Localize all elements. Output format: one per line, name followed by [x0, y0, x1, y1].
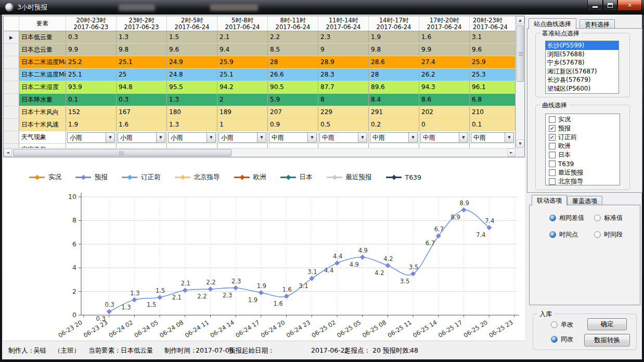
value-cell[interactable]: 0	[419, 119, 470, 131]
time-column-header[interactable]: 23时-2时2017-06-23	[117, 16, 167, 31]
value-cell[interactable]: 1	[217, 119, 268, 131]
dropdown-arrow-icon[interactable]: ▼	[207, 133, 215, 142]
value-cell[interactable]: 25.1	[66, 69, 117, 81]
time-column-header[interactable]: 2时-5时2017-06-24	[167, 16, 217, 31]
value-cell[interactable]	[419, 144, 470, 148]
dropdown-arrow-icon[interactable]: ▼	[358, 133, 367, 142]
time-column-header[interactable]: 20时-23时2017-06-24	[470, 16, 516, 31]
value-cell[interactable]: 9.9	[419, 44, 470, 56]
row-selector[interactable]	[4, 144, 19, 148]
value-cell[interactable]: 0.1	[470, 119, 516, 131]
value-cell[interactable]: 0.9	[268, 119, 318, 131]
value-cell[interactable]: 8.4	[369, 94, 419, 106]
value-cell[interactable]: 8.5	[268, 44, 318, 56]
dropdown-arrow-icon[interactable]: ▼	[307, 133, 316, 142]
value-cell[interactable]: 9.8	[369, 44, 419, 56]
weather-combobox[interactable]: 中雨▼	[471, 132, 514, 143]
value-cell[interactable]	[117, 144, 167, 148]
radio-icon[interactable]	[549, 215, 556, 221]
value-cell[interactable]: 9.9	[66, 44, 117, 56]
value-cell[interactable]: 1.9	[66, 119, 117, 131]
value-cell[interactable]	[167, 144, 217, 148]
station-option[interactable]: 浏阳(57688)	[546, 50, 619, 59]
value-cell[interactable]: 94.2	[217, 81, 268, 93]
time-column-header[interactable]: 20时-23时2017-06-23	[66, 16, 117, 31]
value-cell[interactable]: 1.3	[167, 94, 217, 106]
radio-option[interactable]: 时间段	[594, 230, 623, 239]
dropdown-arrow-icon[interactable]: ▼	[505, 133, 513, 142]
maximize-button[interactable]	[603, 0, 617, 11]
dropdown-arrow-icon[interactable]: ▼	[408, 133, 417, 142]
checkbox-icon[interactable]	[549, 160, 556, 167]
radio-option[interactable]: 标准值	[594, 214, 623, 222]
value-cell[interactable]: 0.1	[66, 94, 117, 106]
curve-checkbox-row[interactable]: 实况	[546, 115, 620, 124]
value-cell[interactable]: 1.5	[167, 31, 217, 43]
weather-combobox[interactable]: 小雨▼	[168, 132, 216, 143]
value-cell[interactable]: 0.3	[66, 31, 117, 43]
value-cell[interactable]: 28.9	[318, 56, 369, 68]
row-selector[interactable]	[4, 56, 19, 68]
value-cell[interactable]: 93.9	[66, 81, 117, 93]
checkbox-icon[interactable]: ✔	[549, 134, 556, 141]
station-option[interactable]: 长沙县(57679)	[546, 76, 619, 84]
value-cell[interactable]	[66, 144, 117, 148]
vertical-scrollbar[interactable]: ▲ ▼	[516, 16, 524, 148]
minimize-button[interactable]	[587, 0, 603, 11]
row-selector[interactable]	[4, 69, 19, 81]
value-cell[interactable]: 25	[117, 69, 167, 81]
value-cell[interactable]: 9	[318, 44, 369, 56]
value-cell[interactable]: 24.8	[167, 69, 217, 81]
scroll-right-icon[interactable]: ►	[507, 148, 516, 157]
scroll-left-icon[interactable]: ◄	[4, 148, 12, 157]
value-cell[interactable]: 0.3	[117, 94, 167, 106]
station-option[interactable]: 宁乡(57678)	[546, 58, 619, 67]
radio-option[interactable]: 同改	[551, 335, 573, 344]
curve-checkbox-row[interactable]: 最近预报	[546, 168, 620, 177]
value-cell[interactable]: 9.4	[217, 44, 268, 56]
value-cell[interactable]: 94.3	[419, 81, 470, 93]
value-cell[interactable]: 291	[369, 106, 419, 118]
weather-combobox[interactable]: 小雨▼	[218, 132, 266, 143]
checkbox-icon[interactable]	[549, 169, 556, 176]
value-cell[interactable]: 26.6	[268, 69, 318, 81]
value-cell[interactable]: 26.2	[419, 69, 470, 81]
radio-option[interactable]: 时间点	[549, 230, 578, 239]
station-listbox[interactable]: 长沙(P5599)浏阳(57688)宁乡(57678)湘江新区(57687)长沙…	[545, 41, 619, 94]
scroll-up-icon[interactable]: ▲	[516, 16, 524, 24]
value-cell[interactable]: 28	[369, 69, 419, 81]
row-selector[interactable]	[4, 44, 19, 56]
value-cell[interactable]	[318, 144, 369, 148]
value-cell[interactable]: 0.2	[369, 119, 419, 131]
curve-checkbox-row[interactable]: 欧洲	[546, 142, 620, 151]
value-cell[interactable]: 167	[117, 106, 167, 118]
value-cell[interactable]: 96.1	[470, 81, 516, 93]
tab-station-curve-select[interactable]: 站点曲线选择	[529, 18, 576, 29]
value-cell[interactable]	[268, 144, 318, 148]
value-cell[interactable]	[217, 144, 268, 148]
radio-icon[interactable]	[549, 231, 556, 238]
row-selector[interactable]: ▶	[4, 31, 19, 43]
value-cell[interactable]: 180	[167, 106, 217, 118]
time-column-header[interactable]: 17时-20时2017-06-24	[419, 16, 470, 31]
value-cell[interactable]: 25.1	[117, 56, 167, 68]
value-cell[interactable]: 202	[419, 106, 470, 118]
element-column-header[interactable]: 要素	[19, 16, 66, 31]
value-cell[interactable]: 2.1	[217, 31, 268, 43]
value-cell[interactable]: 1.3	[117, 31, 167, 43]
time-column-header[interactable]: 5时-8时2017-06-24	[217, 16, 268, 31]
horizontal-scroll-thumb[interactable]	[13, 149, 231, 156]
checkbox-icon[interactable]: ✔	[549, 125, 556, 132]
weather-combobox[interactable]: 中雨▼	[370, 132, 418, 143]
row-selector[interactable]	[4, 119, 19, 131]
value-cell[interactable]: 9.6	[167, 44, 217, 56]
checkbox-icon[interactable]	[549, 152, 556, 158]
value-cell[interactable]: 3.1	[470, 31, 516, 43]
tab-link-options[interactable]: 联动选项	[532, 195, 567, 206]
checkbox-icon[interactable]	[549, 116, 556, 123]
value-cell[interactable]: 90.5	[268, 81, 318, 93]
station-option[interactable]: 望城区(P5600)	[546, 84, 619, 93]
value-cell[interactable]: 9.6	[470, 44, 516, 56]
value-cell[interactable]: 24.9	[167, 56, 217, 68]
time-column-header[interactable]: 8时-11时2017-06-24	[268, 16, 318, 31]
